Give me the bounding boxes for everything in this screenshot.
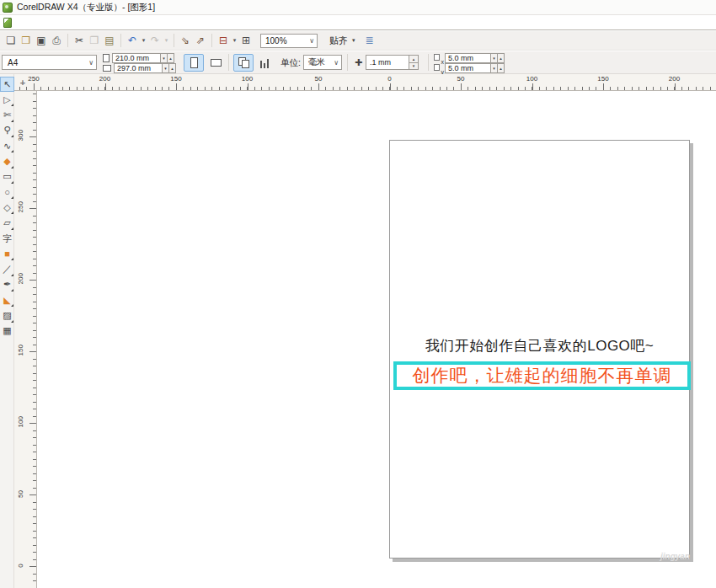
drawing-canvas[interactable]: 我们开始创作自己喜欢的LOGO吧~ 创作吧，让雄起的细胞不再单调 jingyan <box>37 91 716 588</box>
current-page-button[interactable] <box>254 54 275 72</box>
export-button[interactable]: ⇗ <box>193 33 208 48</box>
ruler-tick <box>33 452 36 452</box>
save-button[interactable]: ▣ <box>34 33 49 48</box>
print-button[interactable]: ⎙ <box>49 33 64 48</box>
polygon-tool[interactable]: ◇ <box>0 200 14 215</box>
duplicate-y-field[interactable]: 5.0 mm <box>445 63 491 73</box>
title-bar: CorelDRAW X4（专业版）- [图形1] <box>0 0 716 15</box>
document-icon[interactable] <box>3 18 12 28</box>
horizontal-ruler[interactable]: + 25020015010050050100150200 <box>14 74 716 91</box>
landscape-button[interactable] <box>206 54 226 72</box>
ruler-major-tick <box>29 423 36 424</box>
ruler-tick <box>468 87 468 90</box>
units-combo[interactable]: 毫米 ∨ <box>303 55 342 70</box>
open-folder-button[interactable]: ❒ <box>19 33 34 48</box>
ruler-label: 200 <box>17 275 24 285</box>
ruler-tick <box>33 151 36 152</box>
chevron-down-icon[interactable]: ∨ <box>307 37 317 45</box>
zoom-tool[interactable]: ⚲ <box>0 123 14 138</box>
freehand-tool[interactable]: ∿ <box>0 138 14 153</box>
zoom-level-combo[interactable]: 100% ∨ <box>260 34 318 48</box>
eyedropper-tool[interactable]: ／ <box>0 262 14 277</box>
duplicate-x-field[interactable]: 5.0 mm <box>445 53 491 63</box>
application-launcher-dropdown[interactable]: ▾ <box>231 33 238 48</box>
vertical-ruler[interactable]: 300250200150100500 <box>14 91 37 588</box>
ruler-label: 100 <box>526 75 537 83</box>
snap-menu[interactable]: 贴齐 ▾ <box>329 35 355 47</box>
propbar-separator <box>228 54 229 71</box>
new-document-button[interactable]: ❏ <box>3 33 19 48</box>
portrait-button[interactable] <box>184 54 204 72</box>
ruler-tick <box>33 201 36 202</box>
flyout-indicator <box>11 120 13 122</box>
ruler-tick <box>133 87 134 90</box>
welcome-screen-button[interactable]: ⊞ <box>238 33 254 48</box>
toolbar-options-icon[interactable]: ≣ <box>366 35 374 46</box>
nudge-spinner[interactable]: ▴▾ <box>409 55 419 70</box>
units-value: 毫米 <box>308 56 325 68</box>
watermark-text: jingyan <box>619 552 690 561</box>
redo-button[interactable]: ↷ <box>147 33 163 48</box>
pick-tool[interactable]: ↖ <box>0 77 14 92</box>
print-icon: ⎙ <box>52 35 61 45</box>
undo-button[interactable]: ↶ <box>125 33 140 48</box>
propbar-separator <box>428 54 429 71</box>
paper-height-field[interactable]: 297.0 mm <box>114 63 163 73</box>
interactive-fill-tool[interactable]: ▨ <box>0 308 14 323</box>
ruler-tick <box>283 87 284 90</box>
cut-button[interactable]: ✂ <box>72 33 87 48</box>
table-tool[interactable]: ▦ <box>0 323 14 339</box>
ruler-tick <box>33 359 36 360</box>
ruler-tick <box>48 87 49 90</box>
ruler-tick <box>418 87 419 90</box>
new-document-icon: ❏ <box>7 35 16 45</box>
blend-tool-icon: ■ <box>4 249 10 259</box>
ruler-tick <box>688 87 689 90</box>
ruler-tick <box>205 87 206 90</box>
outline-pen-tool[interactable]: ✒ <box>0 277 14 292</box>
text-tool[interactable]: 字 <box>0 231 14 246</box>
application-launcher-button[interactable]: ⊟ <box>216 33 231 48</box>
smart-fill-tool[interactable]: ◆ <box>0 154 14 169</box>
ruler-tick <box>211 87 212 90</box>
rectangle-tool[interactable]: ▭ <box>0 169 14 184</box>
ruler-major-tick <box>29 136 36 137</box>
copy-button[interactable]: ❐ <box>87 33 102 48</box>
duplicate-y-icon: y <box>434 64 443 73</box>
paper-height-spinner[interactable]: ▾▴ <box>163 63 176 73</box>
paste-button[interactable]: ▤ <box>102 33 117 48</box>
blend-tool[interactable]: ■ <box>0 246 14 261</box>
cut-icon: ✂ <box>75 35 83 45</box>
all-pages-button[interactable] <box>233 54 254 72</box>
duplicate-y-spinner[interactable]: ▾▴ <box>491 63 505 73</box>
ruler-tick <box>141 87 142 90</box>
ruler-tick <box>518 87 519 90</box>
chevron-down-icon[interactable]: ∨ <box>86 59 96 67</box>
ruler-tick <box>311 87 312 90</box>
paper-width-field[interactable]: 210.0 mm <box>112 53 161 63</box>
ellipse-tool[interactable]: ○ <box>0 184 14 200</box>
redo-dropdown[interactable]: ▾ <box>163 33 170 48</box>
fill-tool[interactable]: ◣ <box>0 292 14 307</box>
undo-dropdown[interactable]: ▾ <box>140 33 147 48</box>
export-icon: ⇗ <box>196 35 205 45</box>
ruler-tick <box>33 388 36 388</box>
import-button[interactable]: ⇘ <box>178 33 193 48</box>
nudge-offset-field[interactable]: .1 mm <box>366 55 409 70</box>
ruler-tick <box>482 87 483 90</box>
ruler-tick <box>33 294 36 295</box>
ruler-tick <box>240 87 241 90</box>
crop-tool[interactable]: ✄ <box>0 108 14 123</box>
ruler-tick <box>33 194 36 195</box>
ruler-major-tick <box>318 83 319 90</box>
paper-type-combo[interactable]: A4 ∨ <box>2 55 97 70</box>
basic-shapes-tool[interactable]: ▱ <box>0 216 14 231</box>
duplicate-x-spinner[interactable]: ▾▴ <box>491 53 505 63</box>
flyout-indicator <box>11 196 13 199</box>
ruler-tick <box>33 345 36 345</box>
ruler-tick <box>582 87 583 90</box>
chevron-down-icon[interactable]: ∨ <box>331 59 341 67</box>
paper-width-spinner[interactable]: ▾▴ <box>161 53 174 63</box>
shape-tool[interactable]: ▷ <box>0 92 14 107</box>
chevron-down-icon[interactable]: ▾ <box>352 37 355 44</box>
